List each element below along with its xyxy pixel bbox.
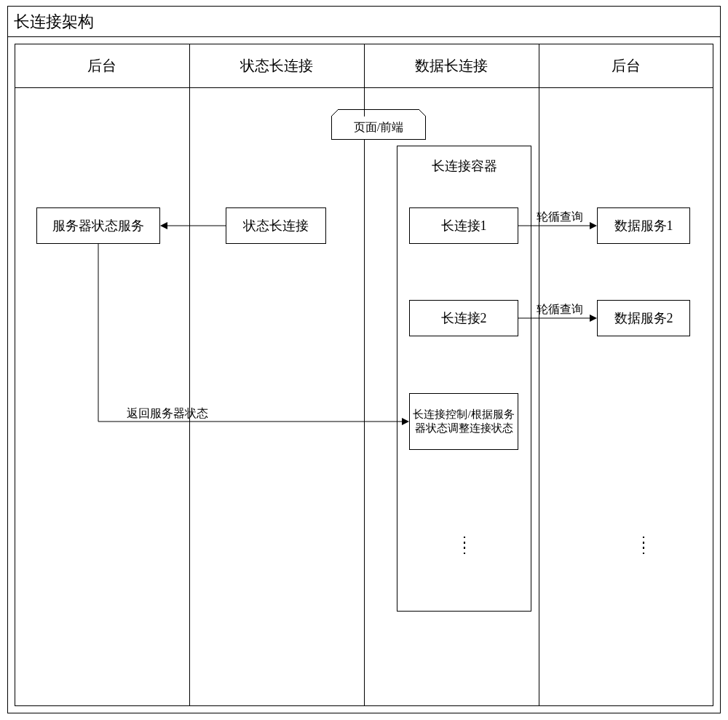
long-conn-1: 长连接1: [409, 207, 518, 244]
edge-label-poll-1: 轮循查询: [531, 210, 588, 225]
svg-marker-3: [160, 222, 167, 229]
col-header-backend-right: 后台: [539, 44, 713, 87]
server-state-service: 服务器状态服务: [36, 207, 160, 244]
long-conn-controller: 长连接控制/根据服务器状态调整连接状态: [409, 393, 518, 450]
container-title: 长连接容器: [397, 153, 531, 179]
data-service-2: 数据服务2: [597, 300, 690, 336]
col-divider-3: [539, 44, 539, 706]
svg-marker-10: [402, 418, 409, 425]
edge-label-return-state: 返回服务器状态: [116, 406, 218, 422]
data-service-1: 数据服务1: [597, 207, 690, 244]
svg-line-1: [419, 109, 426, 116]
svg-marker-7: [590, 314, 597, 322]
col-header-backend-left: 后台: [15, 44, 189, 87]
edge-state-to-server: [160, 218, 226, 233]
title-bar: 长连接架构: [7, 6, 721, 36]
page-frontend-tab: 页面/前端: [331, 109, 426, 140]
header-divider: [15, 87, 713, 88]
diagram-surface: 长连接架构 后台 状态长连接 数据长连接 后台 页面/前端 长连接容器 长连接1…: [0, 0, 728, 720]
diagram-title: 长连接架构: [8, 7, 720, 37]
edge-return-server-state: [95, 244, 409, 433]
ellipsis-backend-right: ⋮⋮: [636, 539, 651, 550]
svg-line-0: [331, 109, 339, 116]
svg-marker-5: [590, 222, 597, 229]
long-conn-2: 长连接2: [409, 300, 518, 336]
col-header-data-conn: 数据长连接: [364, 44, 539, 87]
col-header-state-conn: 状态长连接: [189, 44, 364, 87]
ellipsis-container: ⋮⋮: [457, 539, 472, 550]
page-frontend-label: 页面/前端: [331, 116, 426, 140]
edge-label-poll-2: 轮循查询: [531, 302, 588, 317]
state-long-conn-node: 状态长连接: [226, 207, 326, 244]
